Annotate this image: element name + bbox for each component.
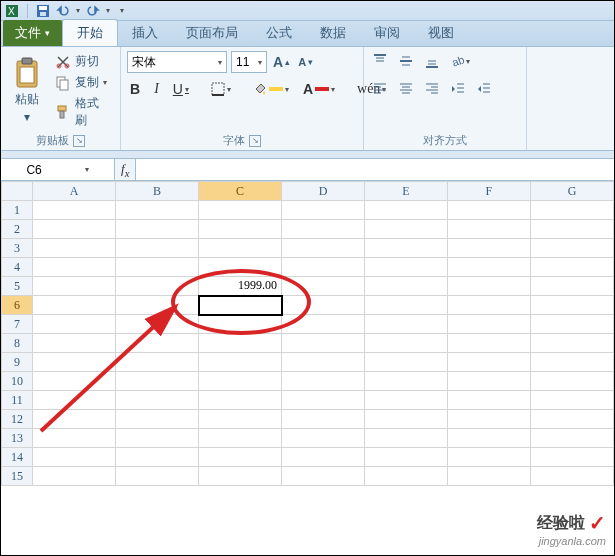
row-header[interactable]: 13 xyxy=(2,429,33,448)
cell[interactable] xyxy=(116,239,199,258)
cell[interactable] xyxy=(282,201,365,220)
row-header[interactable]: 5 xyxy=(2,277,33,296)
cell[interactable] xyxy=(33,334,116,353)
cell[interactable] xyxy=(447,277,530,296)
cell[interactable] xyxy=(364,239,447,258)
row-header[interactable]: 8 xyxy=(2,334,33,353)
col-header[interactable]: D xyxy=(282,182,365,201)
cell[interactable] xyxy=(530,220,613,239)
row-header[interactable]: 10 xyxy=(2,372,33,391)
cell[interactable] xyxy=(530,429,613,448)
copy-button[interactable]: 复制 ▾ xyxy=(51,72,114,93)
cell[interactable] xyxy=(116,391,199,410)
cell[interactable] xyxy=(33,220,116,239)
format-painter-button[interactable]: 格式刷 xyxy=(51,93,114,131)
row-header[interactable]: 4 xyxy=(2,258,33,277)
cell[interactable] xyxy=(199,429,282,448)
col-header[interactable]: G xyxy=(530,182,613,201)
cell[interactable] xyxy=(364,429,447,448)
cell[interactable] xyxy=(33,296,116,315)
cell[interactable] xyxy=(530,277,613,296)
cell[interactable] xyxy=(364,277,447,296)
cell[interactable] xyxy=(282,391,365,410)
borders-button[interactable]: ▾ xyxy=(208,80,234,98)
cell[interactable] xyxy=(282,315,365,334)
cell[interactable] xyxy=(116,353,199,372)
cell[interactable] xyxy=(33,429,116,448)
cell[interactable] xyxy=(447,334,530,353)
cell[interactable] xyxy=(116,296,199,315)
undo-dropdown-icon[interactable]: ▾ xyxy=(76,6,80,15)
align-left-button[interactable] xyxy=(370,79,390,99)
col-header[interactable]: F xyxy=(447,182,530,201)
tab-insert[interactable]: 插入 xyxy=(118,20,172,46)
cell[interactable] xyxy=(199,334,282,353)
cell[interactable] xyxy=(282,448,365,467)
cell[interactable] xyxy=(530,353,613,372)
row-header[interactable]: 12 xyxy=(2,410,33,429)
cell[interactable] xyxy=(447,429,530,448)
cell[interactable] xyxy=(199,239,282,258)
cell[interactable] xyxy=(364,410,447,429)
cell[interactable] xyxy=(199,391,282,410)
increase-indent-button[interactable] xyxy=(474,79,494,99)
cell[interactable] xyxy=(33,391,116,410)
cell[interactable] xyxy=(530,296,613,315)
cell[interactable] xyxy=(364,448,447,467)
cell[interactable] xyxy=(116,277,199,296)
cell[interactable] xyxy=(364,296,447,315)
cell[interactable] xyxy=(447,410,530,429)
redo-icon[interactable] xyxy=(86,4,100,18)
cell[interactable] xyxy=(530,448,613,467)
cell[interactable] xyxy=(282,334,365,353)
cell[interactable] xyxy=(282,296,365,315)
tab-formulas[interactable]: 公式 xyxy=(252,20,306,46)
cell[interactable] xyxy=(447,201,530,220)
cell[interactable] xyxy=(364,258,447,277)
cell[interactable] xyxy=(364,334,447,353)
col-header[interactable]: A xyxy=(33,182,116,201)
cell[interactable] xyxy=(530,467,613,486)
row-header[interactable]: 14 xyxy=(2,448,33,467)
cell[interactable] xyxy=(447,448,530,467)
cell[interactable] xyxy=(364,201,447,220)
cell[interactable] xyxy=(282,372,365,391)
cell[interactable] xyxy=(33,448,116,467)
file-tab[interactable]: 文件 ▾ xyxy=(3,20,62,46)
align-bottom-button[interactable] xyxy=(422,51,442,71)
bold-button[interactable]: B xyxy=(127,79,143,99)
clipboard-launcher-icon[interactable]: ↘ xyxy=(73,135,85,147)
cell[interactable] xyxy=(364,391,447,410)
tab-view[interactable]: 视图 xyxy=(414,20,468,46)
cell[interactable] xyxy=(530,410,613,429)
cell[interactable] xyxy=(33,239,116,258)
cell[interactable] xyxy=(199,258,282,277)
cell[interactable] xyxy=(199,372,282,391)
tab-home[interactable]: 开始 xyxy=(62,19,118,46)
font-size-select[interactable]: 11 ▾ xyxy=(231,51,267,73)
cell[interactable] xyxy=(116,315,199,334)
underline-button[interactable]: U ▾ xyxy=(170,79,192,99)
row-header[interactable]: 1 xyxy=(2,201,33,220)
cell[interactable] xyxy=(33,467,116,486)
cell[interactable] xyxy=(282,429,365,448)
cut-button[interactable]: 剪切 xyxy=(51,51,114,72)
increase-font-button[interactable]: A▴ xyxy=(271,52,292,72)
cell[interactable] xyxy=(530,391,613,410)
cell[interactable] xyxy=(116,467,199,486)
cell[interactable] xyxy=(447,372,530,391)
cell[interactable] xyxy=(33,201,116,220)
cell[interactable] xyxy=(116,258,199,277)
cell[interactable] xyxy=(282,258,365,277)
font-name-select[interactable]: 宋体 ▾ xyxy=(127,51,227,73)
row-header[interactable]: 15 xyxy=(2,467,33,486)
cell[interactable] xyxy=(199,410,282,429)
row-header[interactable]: 3 xyxy=(2,239,33,258)
cell[interactable] xyxy=(530,334,613,353)
cell[interactable] xyxy=(282,410,365,429)
align-center-button[interactable] xyxy=(396,79,416,99)
row-header[interactable]: 7 xyxy=(2,315,33,334)
cell[interactable] xyxy=(199,201,282,220)
decrease-font-button[interactable]: A▾ xyxy=(296,54,315,70)
col-header[interactable]: C xyxy=(199,182,282,201)
